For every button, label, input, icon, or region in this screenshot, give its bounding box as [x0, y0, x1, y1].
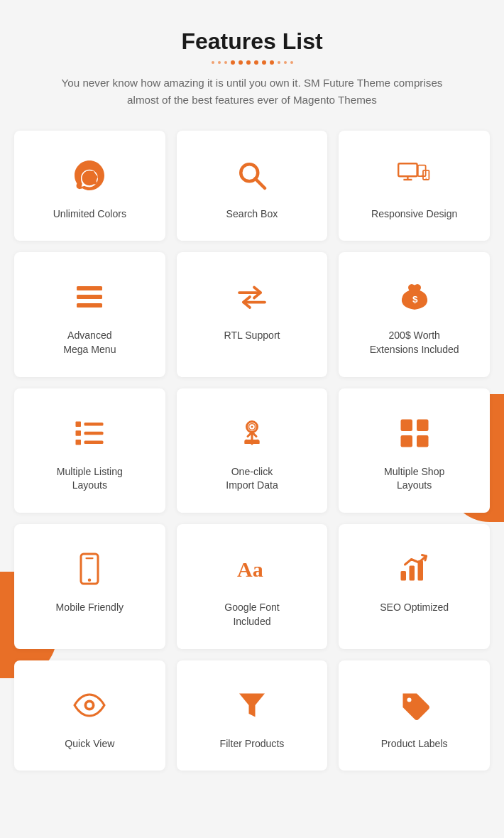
svg-point-34 [88, 579, 92, 582]
eye-icon [72, 686, 106, 724]
card-label-responsive-design: Responsive Design [371, 207, 457, 222]
palette-icon [72, 156, 106, 195]
font-icon: Aa [235, 550, 269, 588]
card-label-extensions: 200$ WorthExtensions Included [370, 329, 459, 357]
dot [224, 61, 227, 64]
header-dots [14, 60, 490, 65]
dot [212, 61, 214, 64]
page-wrapper: Features List You never know how amazing… [0, 0, 504, 799]
card-extensions-included: $ 200$ WorthExtensions Included [339, 252, 490, 376]
dot [290, 61, 293, 64]
dot [239, 60, 243, 65]
dot [262, 60, 266, 65]
svg-rect-25 [84, 440, 104, 444]
svg-rect-37 [400, 571, 406, 581]
card-label-unlimited-colors: Unlimited Colors [53, 207, 126, 222]
card-label-mega-menu: AdvancedMega Menu [63, 329, 116, 357]
card-unlimited-colors: Unlimited Colors [14, 131, 165, 241]
tag-icon [398, 686, 432, 724]
svg-rect-20 [76, 421, 82, 427]
svg-rect-22 [76, 430, 82, 436]
card-search-box: Search Box [177, 131, 328, 241]
mobile-icon [72, 550, 106, 588]
features-grid: Unlimited Colors Search Box [14, 131, 490, 771]
card-label-rtl-support: RTL Support [224, 329, 280, 343]
responsive-icon [398, 156, 432, 195]
grid4-icon [398, 414, 432, 452]
svg-point-0 [82, 176, 86, 180]
touch-icon [235, 414, 269, 452]
svg-rect-30 [417, 419, 429, 431]
svg-point-4 [93, 180, 97, 184]
svg-text:$: $ [412, 294, 418, 305]
svg-rect-24 [76, 440, 82, 445]
svg-line-6 [255, 178, 265, 188]
svg-point-2 [91, 170, 94, 174]
card-mobile-friendly: Mobile Friendly [14, 524, 165, 648]
dot [278, 61, 280, 64]
card-label-mobile-friendly: Mobile Friendly [56, 601, 124, 615]
card-label-shop-layouts: Multiple ShopLayouts [384, 465, 444, 493]
page-header: Features List You never know how amazing… [14, 28, 490, 109]
card-multiple-listing-layouts: Multiple ListingLayouts [14, 388, 165, 513]
svg-rect-7 [398, 163, 417, 176]
svg-rect-32 [417, 435, 429, 447]
card-quick-view: Quick View [14, 660, 165, 771]
dot [270, 60, 274, 65]
card-product-labels: Product Labels [339, 660, 490, 771]
svg-point-1 [86, 171, 89, 175]
dot [218, 61, 221, 64]
svg-rect-23 [84, 431, 104, 435]
card-google-font: Aa Google FontIncluded [177, 524, 328, 648]
dot [246, 60, 251, 65]
dot [231, 60, 235, 65]
svg-point-3 [94, 175, 98, 178]
card-label-google-font: Google FontIncluded [224, 601, 279, 628]
card-multiple-shop-layouts: Multiple ShopLayouts [339, 388, 490, 513]
svg-point-28 [251, 425, 253, 428]
svg-point-42 [407, 697, 411, 702]
card-rtl-support: RTL Support [177, 252, 328, 376]
card-responsive-design: Responsive Design [339, 131, 490, 241]
list-icon [72, 414, 106, 452]
card-filter-products: Filter Products [177, 660, 328, 771]
page-subtitle: You never know how amazing it is until y… [53, 75, 451, 109]
svg-text:Aa: Aa [237, 557, 263, 581]
svg-rect-31 [400, 435, 412, 447]
moneybag-icon: $ [398, 278, 432, 316]
dot [254, 60, 258, 65]
card-one-click-import: One-clickImport Data [177, 388, 328, 513]
search-icon [235, 156, 269, 195]
card-label-filter-products: Filter Products [220, 737, 285, 751]
card-label-product-labels: Product Labels [381, 737, 448, 751]
svg-rect-15 [77, 295, 102, 299]
svg-point-41 [87, 702, 93, 708]
card-seo-optimized: SEO Optimized [339, 524, 490, 648]
svg-rect-16 [77, 303, 102, 308]
filter-icon [235, 686, 269, 724]
card-label-quick-view: Quick View [65, 737, 114, 751]
dot [284, 61, 287, 64]
menu-icon [72, 278, 106, 316]
rtl-icon [235, 278, 269, 316]
card-label-seo-optimized: SEO Optimized [380, 601, 449, 615]
seo-icon [398, 550, 432, 588]
svg-rect-29 [400, 419, 412, 431]
card-label-search-box: Search Box [226, 207, 278, 222]
svg-rect-14 [77, 286, 102, 290]
card-label-import-data: One-clickImport Data [226, 465, 278, 493]
page-title: Features List [14, 28, 490, 55]
card-label-listing-layouts: Multiple ListingLayouts [57, 465, 123, 493]
card-advanced-mega-menu: AdvancedMega Menu [14, 252, 165, 376]
svg-rect-38 [409, 566, 415, 581]
svg-rect-21 [84, 423, 104, 426]
